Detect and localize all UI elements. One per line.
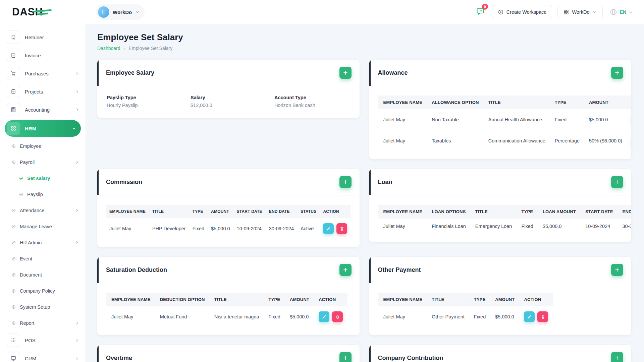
card-title: Saturation Deduction (106, 266, 167, 274)
card-header: Employee Salary (97, 60, 360, 86)
add-commission-button[interactable] (339, 176, 352, 188)
sidebar-item-hrm[interactable]: HRM (5, 120, 81, 137)
sidebar-item-system-setup[interactable]: System Setup (0, 299, 86, 315)
sidebar-item-label: Report (20, 320, 70, 326)
sidebar-item-purchases[interactable]: Purchases (0, 64, 86, 82)
trash-icon (339, 226, 344, 231)
table-cell: $5,000.0 (490, 306, 519, 327)
app-logo[interactable]: DASH (0, 0, 86, 24)
add-company-contribution-button[interactable] (611, 352, 623, 362)
invoice-file-icon (7, 49, 20, 62)
table-row: Juliet May Other Payment Fixed $5,000.0 (378, 306, 553, 327)
card-header: Company Contribution (369, 345, 632, 362)
sidebar-item-retainer[interactable]: Retainer (0, 28, 86, 46)
column-header: ALLOWANCE OPTION (427, 96, 483, 109)
table-cell: $5,000.0 (538, 219, 581, 234)
status-cell: Active (297, 218, 320, 239)
column-header: EMPLOYEE NAME (106, 293, 155, 306)
sidebar-item-manage-leave[interactable]: Manage Leave (0, 219, 86, 235)
add-allowance-button[interactable] (611, 67, 623, 79)
chevron-right-icon (75, 321, 79, 325)
top-header: DASH WorkDo 0 Create Workspace WorkDo EN (0, 0, 644, 24)
sidebar-item-label: CRM (25, 356, 70, 361)
column-header: EMPLOYEE NAME (378, 293, 427, 306)
table-cell: Fixed (264, 306, 285, 327)
column-header: LOAN AMOUNT (538, 205, 581, 219)
add-loan-button[interactable] (611, 176, 623, 188)
other-payment-table: EMPLOYEE NAME TITLE TYPE AMOUNT ACTION J… (369, 283, 632, 335)
chevron-down-icon (592, 10, 597, 14)
table-cell: $5,000.0 (285, 306, 314, 327)
edit-button[interactable] (319, 311, 329, 322)
sidebar-item-projects[interactable]: Projects (0, 82, 86, 101)
table-cell: 10-09-2024 (581, 219, 618, 234)
sidebar-item-crm[interactable]: CRM (0, 349, 86, 362)
hrm-category-icon (7, 122, 20, 135)
delete-button[interactable] (332, 311, 343, 322)
action-cell (519, 306, 553, 327)
column-header: START DATE (581, 205, 618, 219)
sidebar-item-label: Accounting (25, 107, 70, 113)
create-workspace-button[interactable]: Create Workspace (492, 5, 552, 19)
table-cell: 30-09-2024 (618, 219, 631, 234)
chevron-down-icon (72, 126, 76, 131)
sidebar-item-payslip[interactable]: Payslip (0, 186, 86, 202)
column-header: END DATE (266, 205, 297, 218)
column-header: AMOUNT (208, 205, 233, 218)
chevron-right-icon (75, 356, 79, 361)
column-header: TITLE (149, 205, 189, 218)
column-header: ACTION (320, 205, 351, 218)
messages-button[interactable]: 0 (474, 5, 487, 19)
sidebar-item-report[interactable]: Report (0, 315, 86, 331)
table-cell: Non Taxable (427, 109, 483, 130)
loan-card: Loan EMPLOYEE NAME LOAN OPTIONS TITLE TY… (369, 169, 632, 242)
sidebar-item-document[interactable]: Document (0, 267, 86, 283)
table-cell: Emergency Loan (471, 219, 517, 234)
add-employee-salary-button[interactable] (339, 67, 352, 79)
header-actions: 0 Create Workspace WorkDo EN (474, 5, 635, 19)
table-cell: Juliet May (378, 306, 427, 327)
chevron-right-icon (75, 160, 79, 165)
add-overtime-button[interactable] (339, 352, 352, 362)
sidebar-item-attendance[interactable]: Attendance (0, 202, 86, 219)
table-cell: Nisi a tenetur magna (210, 306, 264, 327)
add-saturation-deduction-button[interactable] (339, 264, 352, 276)
action-cell (627, 109, 631, 130)
sidebar-item-hr-admin[interactable]: HR Admin (0, 235, 86, 251)
table-row: Juliet May Non Taxable Annual Health All… (378, 109, 632, 130)
action-cell (314, 306, 347, 327)
sidebar-item-label: Payroll (20, 160, 70, 165)
edit-button[interactable] (323, 223, 334, 234)
sidebar-item-payroll[interactable]: Payroll (0, 154, 86, 170)
pos-grid-icon (7, 334, 20, 347)
pencil-icon (527, 314, 532, 319)
sidebar-item-invoice[interactable]: Invoice (0, 46, 86, 64)
delete-button[interactable] (336, 223, 347, 234)
sidebar-item-pos[interactable]: POS (0, 331, 86, 349)
workspace-menu-button[interactable]: WorkDo (557, 5, 602, 19)
sidebar-item-employee[interactable]: Employee (0, 138, 86, 154)
sidebar-item-label: Invoice (25, 53, 79, 58)
commission-table: EMPLOYEE NAME TITLE TYPE AMOUNT START DA… (97, 195, 360, 247)
edit-button[interactable] (524, 311, 535, 322)
card-header: Other Payment (369, 257, 632, 283)
sidebar-item-company-policy[interactable]: Company Policy (0, 283, 86, 299)
breadcrumb-dashboard-link[interactable]: Dashboard (97, 46, 120, 51)
bullet-icon (12, 321, 15, 325)
sidebar-item-set-salary[interactable]: Set salary (0, 170, 86, 186)
delete-button[interactable] (537, 311, 548, 322)
language-selector[interactable]: EN (608, 7, 635, 17)
sidebar-item-accounting[interactable]: Accounting (0, 101, 86, 119)
bullet-icon (12, 209, 15, 212)
sidebar-item-label: Event (20, 256, 79, 261)
add-other-payment-button[interactable] (611, 264, 623, 276)
workspace-selector[interactable]: WorkDo (96, 4, 145, 20)
card-title: Overtime (106, 355, 132, 362)
column-header: ACTION (627, 96, 631, 109)
chevron-right-icon (75, 240, 79, 245)
sidebar-item-event[interactable]: Event (0, 251, 86, 267)
plus-circle-icon (498, 9, 504, 15)
workspace-avatar (98, 6, 109, 18)
plus-icon (343, 267, 348, 273)
overtime-card: Overtime (97, 345, 360, 362)
